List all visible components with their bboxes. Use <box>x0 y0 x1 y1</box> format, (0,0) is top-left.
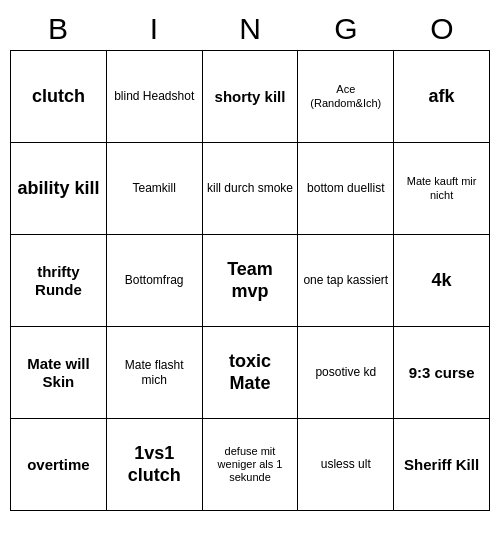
header-letter: B <box>10 12 106 46</box>
cell-3-2: toxic Mate <box>203 327 299 419</box>
cell-3-4: 9:3 curse <box>394 327 490 419</box>
cell-2-1: Bottomfrag <box>107 235 203 327</box>
cell-2-0: thrifty Runde <box>11 235 107 327</box>
header-letter: G <box>298 12 394 46</box>
header-letter: O <box>394 12 490 46</box>
cell-2-2: Team mvp <box>203 235 299 327</box>
cell-1-1: Teamkill <box>107 143 203 235</box>
header-letter: I <box>106 12 202 46</box>
cell-2-4: 4k <box>394 235 490 327</box>
cell-0-0: clutch <box>11 51 107 143</box>
cell-0-1: blind Headshot <box>107 51 203 143</box>
cell-4-0: overtime <box>11 419 107 511</box>
cell-3-1: Mate flasht mich <box>107 327 203 419</box>
header-letter: N <box>202 12 298 46</box>
cell-4-4: Sheriff Kill <box>394 419 490 511</box>
cell-4-2: defuse mit weniger als 1 sekunde <box>203 419 299 511</box>
bingo-grid: clutchblind Headshotshorty killAce (Rand… <box>10 50 490 511</box>
cell-1-0: ability kill <box>11 143 107 235</box>
bingo-card: BINGO clutchblind Headshotshorty killAce… <box>10 8 490 511</box>
cell-0-3: Ace (Random&Ich) <box>298 51 394 143</box>
cell-2-3: one tap kassiert <box>298 235 394 327</box>
cell-1-2: kill durch smoke <box>203 143 299 235</box>
cell-1-4: Mate kauft mir nicht <box>394 143 490 235</box>
cell-0-4: afk <box>394 51 490 143</box>
cell-4-1: 1vs1 clutch <box>107 419 203 511</box>
bingo-header: BINGO <box>10 8 490 50</box>
cell-4-3: usless ult <box>298 419 394 511</box>
cell-3-3: posotive kd <box>298 327 394 419</box>
cell-3-0: Mate will Skin <box>11 327 107 419</box>
cell-0-2: shorty kill <box>203 51 299 143</box>
cell-1-3: bottom duellist <box>298 143 394 235</box>
